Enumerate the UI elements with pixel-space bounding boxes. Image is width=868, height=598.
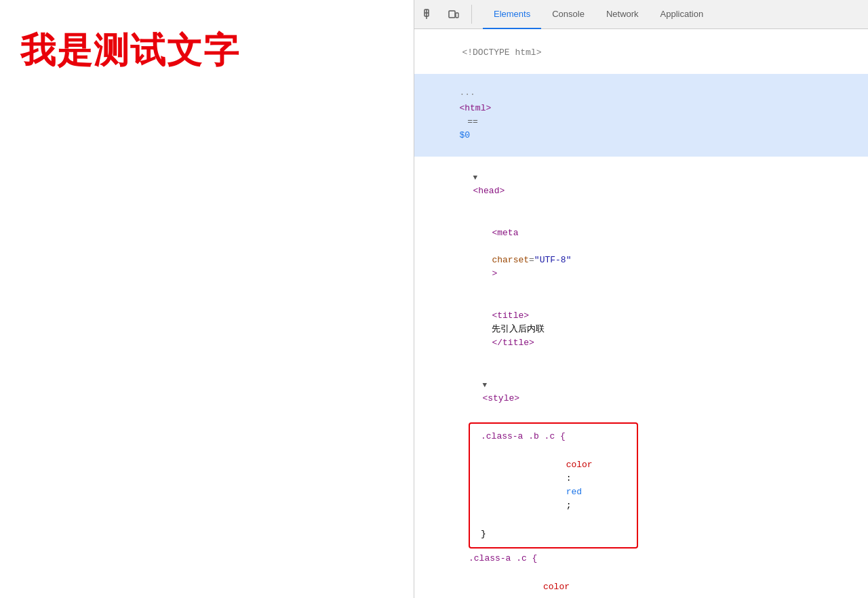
cursor-icon[interactable] xyxy=(420,5,439,24)
css-selector-2-line[interactable]: .class-a .c { xyxy=(469,551,868,566)
style-open-line[interactable]: ▼ <style> xyxy=(414,364,868,420)
tab-network[interactable]: Network xyxy=(595,0,650,29)
css-selector-1-line[interactable]: .class-a .b .c { xyxy=(481,429,626,444)
css-close-1-line[interactable]: } xyxy=(481,527,626,542)
device-toggle-icon[interactable] xyxy=(444,5,463,24)
css-block-2: .class-a .c { color : blue ; } xyxy=(414,551,868,598)
page-preview: 我是测试文字 xyxy=(0,0,414,598)
html-open-line[interactable]: ··· <html> == $0 xyxy=(414,74,868,157)
toolbar-icons xyxy=(420,5,472,24)
doctype-line[interactable]: <!DOCTYPE html> xyxy=(414,32,868,74)
css-prop-2-line[interactable]: color : blue ; xyxy=(469,566,868,598)
tab-application[interactable]: Application xyxy=(650,0,715,29)
css-prop-1-line[interactable]: color : red ; xyxy=(481,444,626,527)
page-heading: 我是测试文字 xyxy=(20,27,240,75)
devtools-tabs: Elements Console Network Application xyxy=(483,0,714,29)
svg-rect-3 xyxy=(449,11,455,18)
css-highlight-block: .class-a .b .c { color : red ; } xyxy=(414,422,868,549)
devtools-toolbar: Elements Console Network Application xyxy=(414,0,868,29)
tab-elements[interactable]: Elements xyxy=(483,0,541,29)
devtools-panel: Elements Console Network Application <!D… xyxy=(414,0,868,598)
html-tree[interactable]: <!DOCTYPE html> ··· <html> == $0 ▼ <head… xyxy=(414,29,868,598)
svg-rect-4 xyxy=(456,13,458,18)
title-line[interactable]: <title> 先引入后内联 </title> xyxy=(414,295,868,364)
meta-line[interactable]: <meta charset="UTF-8" > xyxy=(414,212,868,295)
head-open-line[interactable]: ▼ <head> xyxy=(414,157,868,212)
tab-console[interactable]: Console xyxy=(541,0,595,29)
